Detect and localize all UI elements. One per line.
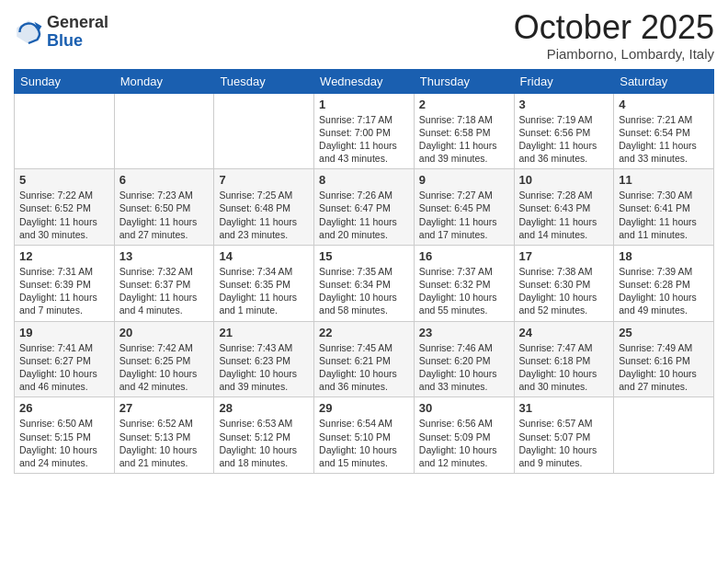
day-number: 4 bbox=[619, 98, 709, 111]
calendar-table: SundayMondayTuesdayWednesdayThursdayFrid… bbox=[14, 69, 714, 474]
day-header-monday: Monday bbox=[114, 69, 214, 93]
cell-content: Sunrise: 7:28 AM Sunset: 6:43 PM Dayligh… bbox=[519, 189, 609, 241]
page-container: General Blue October 2025 Piamborno, Lom… bbox=[0, 0, 728, 488]
day-number: 18 bbox=[619, 249, 709, 263]
calendar-cell: 16Sunrise: 7:37 AM Sunset: 6:32 PM Dayli… bbox=[414, 245, 514, 321]
cell-content: Sunrise: 7:34 AM Sunset: 6:35 PM Dayligh… bbox=[219, 265, 309, 317]
day-number: 21 bbox=[219, 326, 309, 339]
cell-content: Sunrise: 7:46 AM Sunset: 6:20 PM Dayligh… bbox=[419, 341, 509, 394]
cell-content: Sunrise: 7:22 AM Sunset: 6:52 PM Dayligh… bbox=[19, 189, 109, 241]
cell-content: Sunrise: 7:49 AM Sunset: 6:16 PM Dayligh… bbox=[619, 341, 709, 394]
location: Piamborno, Lombardy, Italy bbox=[514, 46, 714, 62]
calendar-cell: 30Sunrise: 6:56 AM Sunset: 5:09 PM Dayli… bbox=[414, 397, 514, 474]
calendar-header-row: SundayMondayTuesdayWednesdayThursdayFrid… bbox=[15, 69, 714, 93]
day-number: 30 bbox=[419, 401, 509, 415]
cell-content: Sunrise: 7:27 AM Sunset: 6:45 PM Dayligh… bbox=[419, 189, 509, 241]
calendar-cell: 3Sunrise: 7:19 AM Sunset: 6:56 PM Daylig… bbox=[514, 93, 614, 169]
cell-content: Sunrise: 6:54 AM Sunset: 5:10 PM Dayligh… bbox=[319, 417, 409, 469]
cell-content: Sunrise: 6:53 AM Sunset: 5:12 PM Dayligh… bbox=[219, 417, 309, 469]
cell-content: Sunrise: 7:41 AM Sunset: 6:27 PM Dayligh… bbox=[19, 341, 109, 394]
calendar-cell bbox=[15, 93, 115, 169]
calendar-week-row: 26Sunrise: 6:50 AM Sunset: 5:15 PM Dayli… bbox=[15, 397, 714, 474]
day-number: 13 bbox=[119, 249, 210, 263]
day-header-sunday: Sunday bbox=[15, 69, 115, 93]
calendar-cell: 5Sunrise: 7:22 AM Sunset: 6:52 PM Daylig… bbox=[15, 169, 115, 246]
day-number: 22 bbox=[319, 326, 409, 339]
day-header-tuesday: Tuesday bbox=[214, 69, 314, 93]
day-number: 11 bbox=[619, 173, 709, 187]
calendar-week-row: 19Sunrise: 7:41 AM Sunset: 6:27 PM Dayli… bbox=[15, 321, 714, 397]
day-number: 31 bbox=[519, 401, 609, 415]
cell-content: Sunrise: 7:31 AM Sunset: 6:39 PM Dayligh… bbox=[19, 265, 109, 317]
cell-content: Sunrise: 7:21 AM Sunset: 6:54 PM Dayligh… bbox=[619, 113, 709, 166]
cell-content: Sunrise: 7:47 AM Sunset: 6:18 PM Dayligh… bbox=[519, 341, 609, 394]
day-number: 20 bbox=[119, 326, 210, 339]
calendar-cell: 20Sunrise: 7:42 AM Sunset: 6:25 PM Dayli… bbox=[114, 321, 214, 397]
logo-blue: Blue bbox=[47, 32, 108, 51]
calendar-cell: 4Sunrise: 7:21 AM Sunset: 6:54 PM Daylig… bbox=[614, 93, 714, 169]
calendar-cell: 15Sunrise: 7:35 AM Sunset: 6:34 PM Dayli… bbox=[314, 245, 415, 321]
logo-text: General Blue bbox=[47, 14, 108, 51]
cell-content: Sunrise: 7:18 AM Sunset: 6:58 PM Dayligh… bbox=[419, 113, 509, 166]
calendar-cell: 6Sunrise: 7:23 AM Sunset: 6:50 PM Daylig… bbox=[114, 169, 214, 246]
day-number: 9 bbox=[419, 173, 509, 187]
logo-icon bbox=[14, 17, 43, 47]
day-header-friday: Friday bbox=[514, 69, 614, 93]
calendar-cell: 23Sunrise: 7:46 AM Sunset: 6:20 PM Dayli… bbox=[414, 321, 514, 397]
calendar-cell: 10Sunrise: 7:28 AM Sunset: 6:43 PM Dayli… bbox=[514, 169, 614, 246]
cell-content: Sunrise: 7:19 AM Sunset: 6:56 PM Dayligh… bbox=[519, 113, 609, 166]
day-number: 14 bbox=[219, 249, 309, 263]
cell-content: Sunrise: 6:57 AM Sunset: 5:07 PM Dayligh… bbox=[519, 417, 609, 469]
day-number: 28 bbox=[219, 401, 309, 415]
day-number: 17 bbox=[519, 249, 609, 263]
calendar-cell bbox=[614, 397, 714, 474]
calendar-cell bbox=[114, 93, 214, 169]
day-number: 8 bbox=[319, 173, 409, 187]
calendar-cell: 7Sunrise: 7:25 AM Sunset: 6:48 PM Daylig… bbox=[214, 169, 314, 246]
calendar-cell: 2Sunrise: 7:18 AM Sunset: 6:58 PM Daylig… bbox=[414, 93, 514, 169]
cell-content: Sunrise: 7:35 AM Sunset: 6:34 PM Dayligh… bbox=[319, 265, 409, 317]
cell-content: Sunrise: 7:23 AM Sunset: 6:50 PM Dayligh… bbox=[119, 189, 210, 241]
day-number: 5 bbox=[19, 173, 109, 187]
cell-content: Sunrise: 7:43 AM Sunset: 6:23 PM Dayligh… bbox=[219, 341, 309, 394]
calendar-cell: 27Sunrise: 6:52 AM Sunset: 5:13 PM Dayli… bbox=[114, 397, 214, 474]
calendar-cell: 31Sunrise: 6:57 AM Sunset: 5:07 PM Dayli… bbox=[514, 397, 614, 474]
calendar-cell bbox=[214, 93, 314, 169]
cell-content: Sunrise: 7:32 AM Sunset: 6:37 PM Dayligh… bbox=[119, 265, 210, 317]
day-header-wednesday: Wednesday bbox=[314, 69, 415, 93]
cell-content: Sunrise: 7:26 AM Sunset: 6:47 PM Dayligh… bbox=[319, 189, 409, 241]
cell-content: Sunrise: 6:50 AM Sunset: 5:15 PM Dayligh… bbox=[19, 417, 109, 469]
logo-general: General bbox=[47, 14, 108, 32]
calendar-cell: 29Sunrise: 6:54 AM Sunset: 5:10 PM Dayli… bbox=[314, 397, 415, 474]
calendar-cell: 21Sunrise: 7:43 AM Sunset: 6:23 PM Dayli… bbox=[214, 321, 314, 397]
cell-content: Sunrise: 7:25 AM Sunset: 6:48 PM Dayligh… bbox=[219, 189, 309, 241]
day-number: 23 bbox=[419, 326, 509, 339]
day-number: 26 bbox=[19, 401, 109, 415]
calendar-cell: 12Sunrise: 7:31 AM Sunset: 6:39 PM Dayli… bbox=[15, 245, 115, 321]
cell-content: Sunrise: 7:37 AM Sunset: 6:32 PM Dayligh… bbox=[419, 265, 509, 317]
day-number: 6 bbox=[119, 173, 210, 187]
calendar-cell: 11Sunrise: 7:30 AM Sunset: 6:41 PM Dayli… bbox=[614, 169, 714, 246]
cell-content: Sunrise: 7:38 AM Sunset: 6:30 PM Dayligh… bbox=[519, 265, 609, 317]
day-number: 10 bbox=[519, 173, 609, 187]
calendar-cell: 18Sunrise: 7:39 AM Sunset: 6:28 PM Dayli… bbox=[614, 245, 714, 321]
day-number: 7 bbox=[219, 173, 309, 187]
day-number: 25 bbox=[619, 326, 709, 339]
cell-content: Sunrise: 7:17 AM Sunset: 7:00 PM Dayligh… bbox=[319, 113, 409, 166]
day-number: 1 bbox=[319, 98, 409, 111]
calendar-week-row: 12Sunrise: 7:31 AM Sunset: 6:39 PM Dayli… bbox=[15, 245, 714, 321]
calendar-cell: 13Sunrise: 7:32 AM Sunset: 6:37 PM Dayli… bbox=[114, 245, 214, 321]
cell-content: Sunrise: 7:30 AM Sunset: 6:41 PM Dayligh… bbox=[619, 189, 709, 241]
day-number: 2 bbox=[419, 98, 509, 111]
calendar-cell: 26Sunrise: 6:50 AM Sunset: 5:15 PM Dayli… bbox=[15, 397, 115, 474]
day-number: 24 bbox=[519, 326, 609, 339]
day-number: 19 bbox=[19, 326, 109, 339]
calendar-cell: 28Sunrise: 6:53 AM Sunset: 5:12 PM Dayli… bbox=[214, 397, 314, 474]
calendar-cell: 14Sunrise: 7:34 AM Sunset: 6:35 PM Dayli… bbox=[214, 245, 314, 321]
calendar-cell: 1Sunrise: 7:17 AM Sunset: 7:00 PM Daylig… bbox=[314, 93, 415, 169]
day-number: 12 bbox=[19, 249, 109, 263]
calendar-week-row: 1Sunrise: 7:17 AM Sunset: 7:00 PM Daylig… bbox=[15, 93, 714, 169]
title-block: October 2025 Piamborno, Lombardy, Italy bbox=[514, 9, 714, 62]
calendar-cell: 22Sunrise: 7:45 AM Sunset: 6:21 PM Dayli… bbox=[314, 321, 415, 397]
month-title: October 2025 bbox=[514, 9, 714, 46]
